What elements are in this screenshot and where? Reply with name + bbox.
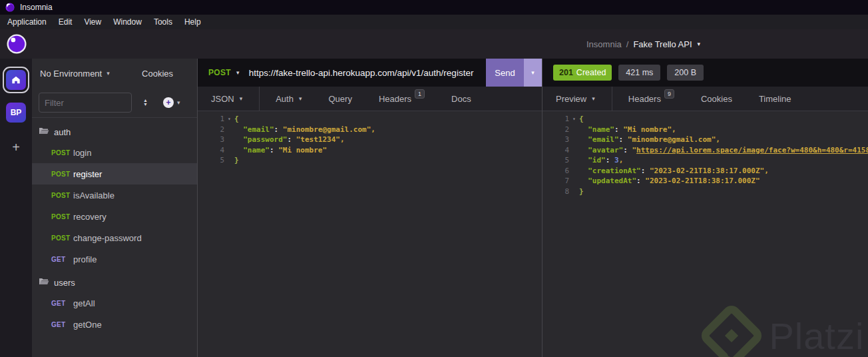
code-text: "avatar": "https://api.lorem.space/image… xyxy=(579,145,868,156)
folder-label: auth xyxy=(54,127,71,137)
code-text: } xyxy=(579,186,584,197)
code-text: { xyxy=(234,114,239,125)
request-tabs: JSON▾Auth▾QueryHeaders1Docs xyxy=(198,87,542,111)
chevron-down-icon: ▾ xyxy=(107,70,110,77)
menu-item-application[interactable]: Application xyxy=(1,15,53,29)
url-bar: POST ▾ https://fake-trello-api.herokuapp… xyxy=(198,59,542,87)
breadcrumb-project[interactable]: Fake Trello API xyxy=(633,39,692,49)
fold-icon xyxy=(569,176,579,186)
request-panel: POST ▾ https://fake-trello-api.herokuapp… xyxy=(198,59,542,357)
request-item-change-password[interactable]: POSTchange-password xyxy=(32,227,197,248)
menu-item-window[interactable]: Window xyxy=(107,15,148,29)
request-item-isavailable[interactable]: POSTisAvailable xyxy=(32,184,197,206)
folder-open-icon xyxy=(39,276,49,288)
request-name: isAvailable xyxy=(73,190,114,200)
request-item-profile[interactable]: GETprofile xyxy=(32,248,197,270)
menu-item-tools[interactable]: Tools xyxy=(148,15,178,29)
send-button[interactable]: Send xyxy=(486,59,524,87)
response-time-badge: 421 ms xyxy=(618,65,660,81)
tab-badge: 1 xyxy=(415,89,425,99)
request-name: change-password xyxy=(73,233,142,243)
fold-icon xyxy=(569,166,579,177)
request-item-recovery[interactable]: POSTrecovery xyxy=(32,206,197,227)
avatar[interactable]: BP xyxy=(6,103,26,123)
request-item-register[interactable]: POSTregister xyxy=(32,163,197,184)
breadcrumb: Insomnia / Fake Trello API ▾ xyxy=(586,29,700,59)
line-number: 2 xyxy=(198,125,224,135)
code-text: } xyxy=(234,155,239,166)
code-line: 1▾{ xyxy=(542,114,868,125)
tab-headers[interactable]: Headers9 xyxy=(615,87,688,111)
menu-item-view[interactable]: View xyxy=(78,15,107,29)
request-body-editor[interactable]: 1▾{2 "email": "minombre@gmail.com",3 "pa… xyxy=(198,111,542,357)
tab-label: Headers xyxy=(628,94,661,104)
chevron-down-icon[interactable]: ▾ xyxy=(698,41,701,47)
method-tag: POST xyxy=(51,192,73,199)
tab-query[interactable]: Query xyxy=(315,87,365,111)
tab-label: Headers xyxy=(379,94,411,104)
url-input[interactable]: https://fake-trello-api.herokuapp.com/ap… xyxy=(249,68,486,78)
tab-cookies[interactable]: Cookies xyxy=(688,87,746,111)
tab-docs[interactable]: Docs xyxy=(438,87,485,111)
code-line: 2 "name": "Mi nombre", xyxy=(542,125,868,135)
response-tabs: Preview▾Headers9CookiesTimeline xyxy=(542,87,868,111)
fold-icon xyxy=(224,135,234,145)
request-item-getall[interactable]: GETgetAll xyxy=(32,292,197,314)
activity-rail: BP + xyxy=(0,59,32,357)
platzi-watermark: Platzi xyxy=(701,305,864,357)
code-text: "email": "minombre@gmail.com", xyxy=(234,125,375,135)
tab-label: Query xyxy=(328,94,351,104)
add-workspace-button[interactable]: + xyxy=(12,140,20,155)
breadcrumb-workspace[interactable]: Insomnia xyxy=(586,39,622,49)
response-panel: 201 Created 421 ms 200 B Preview▾Headers… xyxy=(542,59,868,357)
plus-icon: + xyxy=(163,97,174,108)
create-request-button[interactable]: + ▾ xyxy=(163,97,180,108)
breadcrumb-separator: / xyxy=(626,39,629,49)
tab-label: JSON xyxy=(211,94,234,104)
fold-icon xyxy=(569,135,579,145)
method-selector[interactable]: POST ▾ xyxy=(198,68,249,77)
request-name: recovery xyxy=(73,212,107,222)
main-area: BP + No Environment ▾ Cookies ▲▼ + ▾ aut… xyxy=(0,59,868,357)
sidebar: No Environment ▾ Cookies ▲▼ + ▾ authPOST… xyxy=(32,59,198,357)
request-list: authPOSTloginPOSTregisterPOSTisAvailable… xyxy=(32,117,197,357)
fold-icon[interactable]: ▾ xyxy=(224,114,234,125)
fold-icon xyxy=(224,155,234,166)
folder-users[interactable]: users xyxy=(32,272,197,292)
cookies-link[interactable]: Cookies xyxy=(142,69,173,79)
environment-selector[interactable]: No Environment ▾ xyxy=(40,69,110,79)
watermark-text: Platzi xyxy=(769,314,864,357)
line-number: 1 xyxy=(198,114,224,125)
fold-icon xyxy=(569,155,579,166)
folder-open-icon xyxy=(39,126,49,138)
line-number: 8 xyxy=(542,186,569,197)
home-button[interactable] xyxy=(3,67,29,93)
sort-icon[interactable]: ▲▼ xyxy=(143,99,148,107)
line-number: 5 xyxy=(542,155,569,166)
status-badge: 201 Created xyxy=(553,65,612,81)
request-item-getone[interactable]: GETgetOne xyxy=(32,314,197,335)
insomnia-logo-small-icon xyxy=(5,3,15,12)
request-name: register xyxy=(73,169,102,179)
fold-icon[interactable]: ▾ xyxy=(569,114,579,125)
tab-headers[interactable]: Headers1 xyxy=(365,87,438,111)
code-line: 1▾{ xyxy=(198,114,542,125)
request-item-login[interactable]: POSTlogin xyxy=(32,142,197,163)
send-options-button[interactable]: ▾ xyxy=(524,59,542,87)
menu-bar: ApplicationEditViewWindowToolsHelp xyxy=(0,15,868,29)
folder-auth[interactable]: auth xyxy=(32,122,197,142)
line-number: 7 xyxy=(542,176,569,186)
tab-json[interactable]: JSON▾ xyxy=(198,87,260,111)
line-number: 2 xyxy=(542,125,569,135)
response-body-viewer[interactable]: Platzi 1▾{2 "name": "Mi nombre",3 "email… xyxy=(542,111,868,357)
code-text: "email": "minombre@gmail.com", xyxy=(579,135,720,145)
tab-preview[interactable]: Preview▾ xyxy=(542,87,612,111)
method-tag: GET xyxy=(51,300,73,307)
menu-item-edit[interactable]: Edit xyxy=(53,15,79,29)
fold-icon xyxy=(224,125,234,135)
code-line: 7 "updatedAt": "2023-02-21T18:38:17.000Z… xyxy=(542,176,868,186)
menu-item-help[interactable]: Help xyxy=(178,15,207,29)
tab-timeline[interactable]: Timeline xyxy=(746,87,805,111)
filter-input[interactable] xyxy=(39,93,132,113)
tab-auth[interactable]: Auth▾ xyxy=(262,87,315,111)
